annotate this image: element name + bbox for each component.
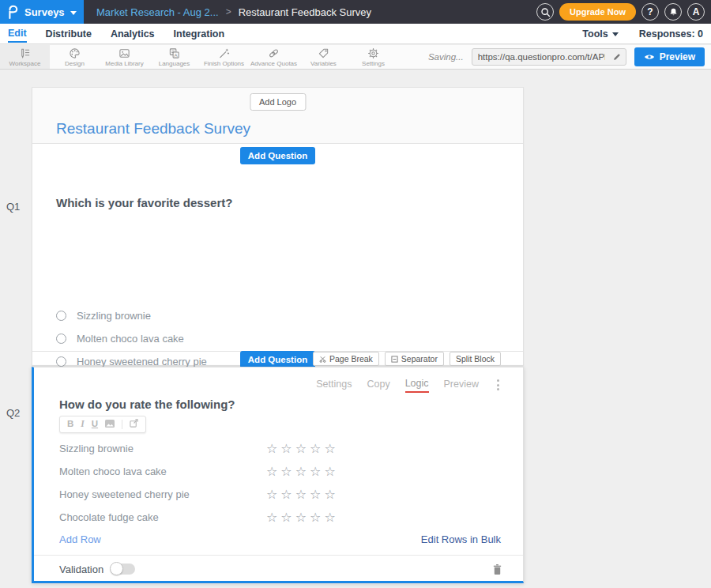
pencil-icon: [612, 52, 622, 62]
question-block-q2-selected[interactable]: Settings Copy Logic Preview How do you r…: [32, 367, 524, 583]
add-logo-button[interactable]: Add Logo: [250, 93, 306, 111]
survey-title[interactable]: Restaurant Feedback Survey: [56, 120, 250, 138]
validation-toggle[interactable]: [111, 564, 135, 575]
notifications-button[interactable]: [664, 3, 682, 21]
toolbar-item-finish-options[interactable]: Finish Options: [199, 45, 249, 69]
avatar[interactable]: A: [687, 3, 705, 21]
eye-icon: [644, 53, 655, 61]
italic-button[interactable]: I: [81, 420, 84, 429]
q2-tab-preview[interactable]: Preview: [444, 379, 479, 392]
q1-option-2[interactable]: Molten choco lava cake: [56, 330, 184, 346]
rating-row-2: Molten choco lava cake ☆☆☆☆☆: [59, 460, 523, 483]
chevron-down-icon: [612, 32, 619, 36]
breadcrumb-project-link[interactable]: Market Research - Aug 2...: [96, 6, 219, 18]
validation-label: Validation: [59, 564, 103, 575]
search-button[interactable]: [536, 3, 554, 21]
q2-action-tabs: Settings Copy Logic Preview: [34, 377, 501, 393]
separator-button[interactable]: Separator: [385, 352, 444, 366]
saving-status: Saving...: [428, 52, 464, 62]
palette-icon: [69, 47, 81, 59]
tools-label: Tools: [582, 28, 608, 40]
breadcrumb-separator: >: [226, 6, 231, 17]
underline-button[interactable]: U: [92, 420, 98, 429]
survey-card: Add Logo Restaurant Feedback Survey Add …: [32, 87, 524, 366]
chevron-down-icon: [70, 11, 77, 15]
gear-icon: [367, 47, 379, 59]
toolbar-item-media-library[interactable]: Media Library: [100, 45, 149, 69]
q2-tab-settings[interactable]: Settings: [316, 379, 352, 392]
tab-analytics[interactable]: Analytics: [111, 25, 155, 42]
tools-dropdown[interactable]: Tools: [582, 28, 618, 40]
tab-integration[interactable]: Integration: [174, 25, 225, 42]
survey-header: Add Logo Restaurant Feedback Survey: [32, 88, 523, 144]
star-rating-icons[interactable]: ☆☆☆☆☆: [266, 511, 339, 524]
insert-image-button[interactable]: [105, 420, 115, 430]
avatar-initial: A: [693, 6, 700, 17]
radio-icon[interactable]: [56, 334, 66, 344]
toolbar-item-languages[interactable]: A Languages: [149, 45, 199, 69]
add-question-strip-bottom: Add Question Page Break: [32, 351, 523, 367]
image-icon: [118, 47, 130, 59]
translate-icon: A: [168, 47, 180, 59]
add-question-button-top[interactable]: Add Question: [240, 147, 315, 164]
page-break-button[interactable]: Page Break: [313, 352, 379, 366]
surveys-dropdown-label: Surveys: [24, 6, 65, 18]
row-links: Add Row Edit Rows in Bulk: [59, 531, 501, 547]
editor-toolbar: Workspace Design Media Library: [0, 45, 711, 70]
questionpro-p-icon: [6, 4, 19, 20]
tag-icon: [318, 47, 329, 59]
preview-button[interactable]: Preview: [634, 47, 705, 66]
star-rating-icons[interactable]: ☆☆☆☆☆: [266, 443, 339, 455]
q1-question-text[interactable]: Which is your favorite dessert?: [56, 196, 232, 209]
survey-url-field: [472, 48, 626, 66]
workspace-icon: [19, 47, 31, 59]
expand-editor-button[interactable]: [130, 419, 138, 430]
bold-button[interactable]: B: [67, 420, 73, 429]
survey-url-input[interactable]: [472, 52, 608, 62]
bell-icon: [668, 7, 679, 17]
wand-icon: [218, 47, 230, 59]
survey-editor-page: Surveys Market Research - Aug 2... > Res…: [0, 0, 711, 588]
add-row-link[interactable]: Add Row: [59, 533, 101, 545]
more-options-icon[interactable]: [495, 378, 501, 392]
star-rating-icons[interactable]: ☆☆☆☆☆: [266, 488, 339, 501]
trash-icon: [492, 564, 502, 575]
edit-url-button[interactable]: [608, 49, 626, 65]
questionpro-logo[interactable]: Surveys: [0, 0, 84, 24]
q2-question-text[interactable]: How do you rate the following?: [59, 398, 523, 411]
toolbar-item-workspace[interactable]: Workspace: [0, 45, 50, 69]
top-bar: Surveys Market Research - Aug 2... > Res…: [0, 0, 711, 24]
question-mark-icon: ?: [647, 6, 653, 17]
rating-row-4: Chocolate fudge cake ☆☆☆☆☆: [59, 506, 523, 529]
search-icon: [540, 7, 551, 17]
toolbar-item-variables[interactable]: Variables: [299, 45, 348, 69]
add-question-button-bottom[interactable]: Add Question: [240, 351, 315, 368]
question-block-q1[interactable]: Which is your favorite dessert? Sizzling…: [32, 168, 523, 351]
chain-icon: [268, 47, 280, 59]
radio-icon[interactable]: [56, 311, 66, 321]
toolbar-right: Saving... Preview: [428, 45, 705, 69]
help-button[interactable]: ?: [641, 3, 659, 21]
edit-rows-in-bulk-link[interactable]: Edit Rows in Bulk: [421, 533, 501, 545]
toolbar-item-design[interactable]: Design: [50, 45, 100, 69]
upgrade-now-button[interactable]: Upgrade Now: [559, 3, 636, 21]
survey-canvas: Q1 Q2 Add Logo Restaurant Feedback Surve…: [0, 70, 711, 588]
q2-tab-copy[interactable]: Copy: [367, 379, 389, 392]
tab-edit[interactable]: Edit: [8, 24, 27, 43]
richtext-toolbar: B I U: [59, 416, 146, 433]
star-rating-icons[interactable]: ☆☆☆☆☆: [266, 466, 339, 478]
block-actions: Page Break Separator Split Block: [313, 352, 501, 366]
toolbar-item-settings[interactable]: Settings: [348, 45, 398, 69]
toolbar-item-advance-quotas[interactable]: Advance Quotas: [249, 45, 299, 69]
delete-question-button[interactable]: [492, 564, 502, 575]
q1-option-1[interactable]: Sizzling brownie: [56, 307, 151, 323]
subnav-right: Tools Responses: 0: [582, 28, 703, 40]
q2-tab-logic[interactable]: Logic: [405, 378, 429, 393]
topbar-actions: Upgrade Now ? A: [536, 0, 705, 24]
split-block-button[interactable]: Split Block: [450, 352, 501, 366]
rating-row-3: Honey sweetened cherry pie ☆☆☆☆☆: [59, 483, 523, 506]
responses-count: Responses: 0: [639, 28, 703, 40]
question-number-q2: Q2: [6, 407, 20, 419]
validation-row: Validation: [34, 556, 523, 582]
tab-distribute[interactable]: Distribute: [46, 25, 92, 42]
